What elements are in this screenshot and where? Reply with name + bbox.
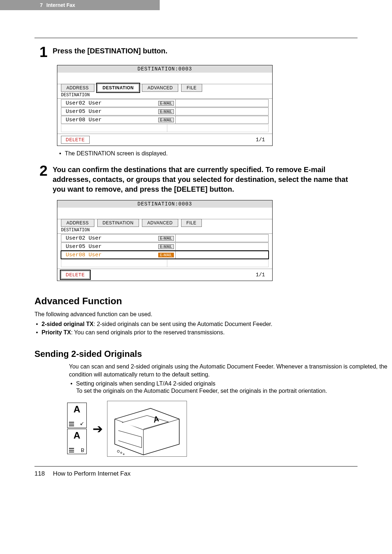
email-badge: E-MAIL <box>158 253 174 257</box>
page-footer: 118 How to Perform Internet Fax <box>0 467 392 481</box>
email-badge: E-MAIL <box>158 236 174 241</box>
page-number: 118 <box>34 470 45 477</box>
svg-point-3 <box>123 453 124 455</box>
empty-row <box>61 259 269 267</box>
divider-top <box>34 38 358 38</box>
page-front-icon: A ↙ <box>67 403 87 428</box>
delete-button[interactable]: DELETE <box>61 271 90 279</box>
step-number: 1 <box>34 45 53 59</box>
destination-row[interactable]: User02 User E-MAIL <box>61 234 269 242</box>
email-badge: E-MAIL <box>158 109 174 114</box>
sending-para: You can scan and send 2-sided originals … <box>69 363 392 378</box>
delete-button[interactable]: DELETE <box>61 136 90 144</box>
tab-destination[interactable]: DESTINATION <box>97 219 139 227</box>
email-badge: E-MAIL <box>158 101 174 106</box>
arrow-right-icon: ➔ <box>93 421 103 436</box>
destination-row[interactable]: User02 User E-MAIL <box>61 99 269 107</box>
destination-row-selected[interactable]: User08 User E-MAIL <box>61 251 269 259</box>
email-badge: E-MAIL <box>158 118 174 122</box>
page-back-icon: A B <box>67 429 87 454</box>
tab-file[interactable]: FILE <box>181 84 202 92</box>
sending-bullet: Setting originals when sending LT/A4 2-s… <box>69 380 392 387</box>
tab-destination[interactable]: DESTINATION <box>97 84 139 92</box>
step-heading: Press the [DESTINATION] button. <box>53 46 358 56</box>
step-number: 2 <box>34 163 53 194</box>
chapter-number: 7 <box>40 2 43 8</box>
empty-row <box>61 124 269 132</box>
tab-advanced[interactable]: ADVANCED <box>142 219 178 227</box>
step-note: The DESTINATION screen is displayed. <box>58 150 358 157</box>
chapter-title: Internet Fax <box>46 2 75 8</box>
tab-bar: ADDRESS DESTINATION ADVANCED FILE <box>57 84 272 92</box>
tab-address[interactable]: ADDRESS <box>61 84 94 92</box>
orientation-diagram: A ↙ A B ➔ A <box>67 401 392 457</box>
row-name: User05 User <box>61 109 158 115</box>
svg-point-2 <box>121 452 122 453</box>
row-name: User08 User <box>61 117 158 123</box>
tab-address[interactable]: ADDRESS <box>61 219 94 227</box>
tab-file[interactable]: FILE <box>181 219 202 227</box>
destination-row[interactable]: User08 User E-MAIL <box>61 116 269 124</box>
screen-title: DESTINATION:0003 <box>57 200 272 208</box>
chapter-header: 7 Internet Fax <box>0 0 160 10</box>
svg-point-1 <box>117 450 119 452</box>
document-feeder-icon: A <box>107 401 187 457</box>
footer-title: How to Perform Internet Fax <box>53 470 131 477</box>
destination-row[interactable]: User05 User E-MAIL <box>61 107 269 115</box>
sending-heading: Sending 2-sided Originals <box>34 349 358 359</box>
email-badge: E-MAIL <box>158 244 174 249</box>
sending-bullet-desc: To set the originals on the Automatic Do… <box>76 387 392 395</box>
step-heading: You can confirm the destinations that ar… <box>53 165 358 194</box>
section-label: DESTINATION <box>57 227 272 234</box>
destination-row[interactable]: User05 User E-MAIL <box>61 243 269 250</box>
tab-bar: ADDRESS DESTINATION ADVANCED FILE <box>57 219 272 227</box>
row-name: User08 User <box>61 252 158 258</box>
destination-screen-1: DESTINATION:0003 ADDRESS DESTINATION ADV… <box>57 65 273 146</box>
advanced-heading: Advanced Function <box>34 296 358 307</box>
page-indicator: 1/1 <box>256 272 265 278</box>
row-name: User05 User <box>61 244 158 250</box>
row-name: User02 User <box>61 235 158 241</box>
destination-screen-2: DESTINATION:0003 ADDRESS DESTINATION ADV… <box>57 200 273 281</box>
advanced-list: 2-sided original TX: 2-sided originals c… <box>34 320 392 337</box>
screen-title: DESTINATION:0003 <box>57 65 272 73</box>
page-indicator: 1/1 <box>256 137 265 143</box>
tab-advanced[interactable]: ADVANCED <box>142 84 178 92</box>
section-label: DESTINATION <box>57 92 272 99</box>
advanced-intro: The following advanced function can be u… <box>34 310 392 318</box>
step-1: 1 Press the [DESTINATION] button. <box>34 45 358 59</box>
row-name: User02 User <box>61 100 158 106</box>
step-2: 2 You can confirm the destinations that … <box>34 163 358 194</box>
